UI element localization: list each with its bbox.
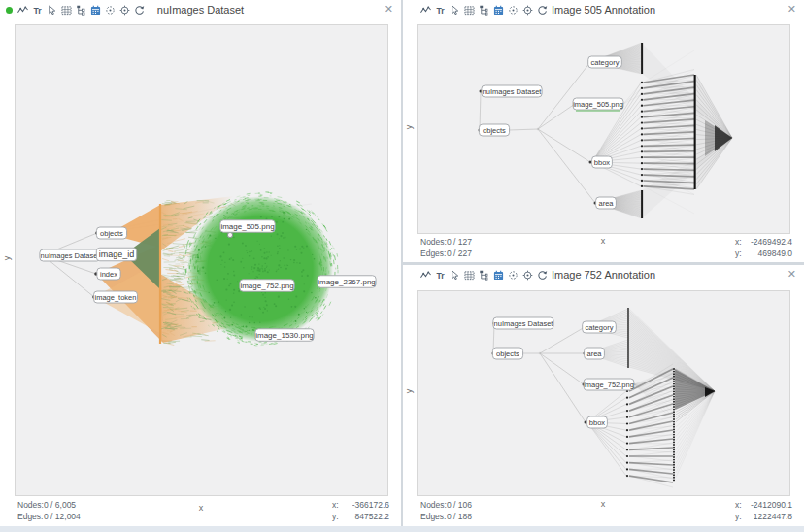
panel-header: Tr nuImages Dataset ✕ bbox=[0, 0, 401, 20]
status-counts: Nodes:0 / 127 Edges:0 / 227 bbox=[420, 236, 472, 259]
text-tool-icon[interactable]: Tr bbox=[434, 3, 447, 17]
graph-node-label[interactable]: area bbox=[596, 197, 617, 209]
cursor-x-value: -2412090.1 bbox=[744, 499, 792, 511]
nodes-count: 0 / 127 bbox=[447, 237, 472, 247]
graph-node-label[interactable]: image_505.png bbox=[220, 220, 275, 233]
status-cursor-coords: x: -2469492.4 y: 469849.0 bbox=[735, 236, 792, 259]
svg-text:image_id: image_id bbox=[99, 249, 135, 259]
panel-image752: Tr Image 752 Annotation ✕ nuImages Datas… bbox=[403, 265, 804, 526]
panel-title: Image 752 Annotation bbox=[461, 269, 746, 281]
graph-node-label[interactable]: image_752.png bbox=[584, 379, 634, 390]
graph-node-label[interactable]: category bbox=[583, 321, 617, 333]
graph-node-label[interactable]: image_2367.png bbox=[318, 276, 376, 288]
graph-node-label[interactable]: objects bbox=[492, 348, 522, 359]
nodes-count: 0 / 106 bbox=[447, 500, 472, 510]
window-bottom-edge bbox=[0, 526, 804, 532]
cursor-y-value: 469849.0 bbox=[744, 248, 792, 259]
graph-canvas[interactable]: nuImages Datasetobjectsimage_idindeximag… bbox=[15, 24, 388, 496]
cursor-y-value: 847522.2 bbox=[341, 511, 389, 522]
svg-text:image_752.png: image_752.png bbox=[240, 282, 293, 290]
svg-text:Tr: Tr bbox=[33, 5, 42, 15]
pointer-tool-icon[interactable] bbox=[449, 3, 461, 17]
graph-canvas[interactable]: nuImages Datasetobjectscategoryimage_505… bbox=[417, 24, 790, 234]
graph-node-label[interactable]: index bbox=[97, 268, 120, 280]
panel-image505: Tr Image 505 Annotation ✕ nuImages Datas… bbox=[403, 0, 804, 262]
graph-node-label[interactable]: image_1530.png bbox=[255, 329, 314, 342]
status-cursor-coords: x: -2412090.1 y: 1222447.8 bbox=[735, 499, 792, 522]
graph-node-label[interactable]: nuImages Dataset bbox=[482, 85, 542, 97]
svg-text:nuImages Dataset: nuImages Dataset bbox=[483, 87, 543, 96]
svg-text:image_1530.png: image_1530.png bbox=[255, 331, 314, 340]
edges-label: Edges: bbox=[420, 511, 447, 522]
cursor-x-label: x: bbox=[332, 500, 339, 510]
text-tool-icon[interactable]: Tr bbox=[434, 268, 447, 282]
panel-title: nuImages Dataset bbox=[58, 4, 343, 16]
edges-count: 0 / 12,004 bbox=[44, 512, 81, 521]
svg-text:area: area bbox=[598, 199, 614, 208]
graph-node-label[interactable]: bbox bbox=[587, 416, 608, 428]
svg-text:image_505.png: image_505.png bbox=[573, 100, 623, 109]
svg-text:objects: objects bbox=[483, 126, 506, 135]
edges-count: 0 / 188 bbox=[447, 512, 472, 521]
cursor-y-label: y: bbox=[332, 512, 339, 521]
pointer-tool-icon[interactable] bbox=[449, 268, 461, 282]
graph-canvas[interactable]: nuImages Datasetobjectscategoryareaimage… bbox=[417, 290, 790, 496]
cursor-x-value: -366172.6 bbox=[341, 499, 389, 511]
svg-text:image_2367.png: image_2367.png bbox=[318, 278, 376, 286]
cursor-x-label: x: bbox=[735, 500, 742, 510]
nodes-label: Nodes: bbox=[420, 236, 447, 248]
graph-node-label[interactable]: bbox bbox=[592, 156, 613, 168]
svg-text:Tr: Tr bbox=[436, 270, 445, 280]
line-chart-icon[interactable] bbox=[17, 3, 29, 17]
pointer-tool-icon[interactable] bbox=[46, 3, 58, 17]
graph-node-label[interactable]: nuImages Dataset bbox=[493, 317, 553, 329]
close-icon[interactable]: ✕ bbox=[385, 3, 393, 16]
edges-count: 0 / 227 bbox=[447, 249, 472, 258]
y-axis-label: y bbox=[404, 385, 414, 397]
nodes-label: Nodes: bbox=[420, 499, 447, 511]
svg-text:nuImages Dataset: nuImages Dataset bbox=[41, 251, 101, 260]
panel-title: Image 505 Annotation bbox=[461, 4, 746, 16]
graph-node-label[interactable]: objects bbox=[96, 227, 126, 239]
graph-node-label[interactable]: image_505.png bbox=[573, 98, 623, 110]
panel-header: Tr Image 752 Annotation ✕ bbox=[403, 265, 804, 285]
x-axis-label: x bbox=[593, 236, 613, 246]
cursor-y-label: y: bbox=[735, 249, 742, 258]
graph-node-label[interactable]: image_id bbox=[96, 248, 136, 261]
cursor-y-value: 1222447.8 bbox=[744, 511, 792, 522]
graph-node-label[interactable]: image_token bbox=[94, 291, 138, 303]
app-window: Tr nuImages Dataset ✕ nuImages Datasetob… bbox=[0, 0, 804, 532]
svg-text:image_752.png: image_752.png bbox=[584, 381, 634, 389]
graph-node-label[interactable]: category bbox=[588, 56, 622, 68]
graph-node-label[interactable]: image_752.png bbox=[240, 280, 294, 292]
status-counts: Nodes:0 / 6,005 Edges:0 / 12,004 bbox=[17, 499, 81, 522]
panel-header: Tr Image 505 Annotation ✕ bbox=[403, 0, 804, 20]
svg-text:nuImages Dataset: nuImages Dataset bbox=[494, 319, 554, 328]
svg-text:bbox: bbox bbox=[594, 158, 611, 167]
status-counts: Nodes:0 / 106 Edges:0 / 188 bbox=[420, 499, 472, 522]
graph-node-label[interactable]: nuImages Dataset bbox=[40, 249, 100, 261]
status-cursor-coords: x: -366172.6 y: 847522.2 bbox=[332, 499, 389, 522]
svg-text:Tr: Tr bbox=[436, 5, 445, 15]
cursor-y-label: y: bbox=[735, 512, 742, 521]
svg-text:objects: objects bbox=[100, 229, 123, 238]
cursor-x-value: -2469492.4 bbox=[744, 236, 792, 248]
x-axis-label: x bbox=[593, 499, 613, 509]
edges-label: Edges: bbox=[17, 511, 44, 522]
close-icon[interactable]: ✕ bbox=[787, 3, 796, 16]
cursor-x-label: x: bbox=[735, 237, 742, 247]
svg-text:area: area bbox=[586, 349, 602, 358]
close-icon[interactable]: ✕ bbox=[787, 268, 796, 281]
nodes-count: 0 / 6,005 bbox=[44, 500, 76, 510]
graph-node-label[interactable]: area bbox=[585, 348, 605, 359]
svg-text:objects: objects bbox=[496, 349, 519, 358]
line-chart-icon[interactable] bbox=[419, 3, 432, 17]
svg-text:image_505.png: image_505.png bbox=[220, 222, 274, 231]
text-tool-icon[interactable]: Tr bbox=[31, 3, 44, 17]
edges-label: Edges: bbox=[420, 248, 447, 259]
panel-dataset: Tr nuImages Dataset ✕ nuImages Datasetob… bbox=[0, 0, 401, 526]
svg-text:category: category bbox=[586, 323, 614, 332]
nodes-label: Nodes: bbox=[17, 499, 44, 511]
line-chart-icon[interactable] bbox=[419, 268, 432, 282]
graph-node-label[interactable]: objects bbox=[479, 124, 509, 136]
